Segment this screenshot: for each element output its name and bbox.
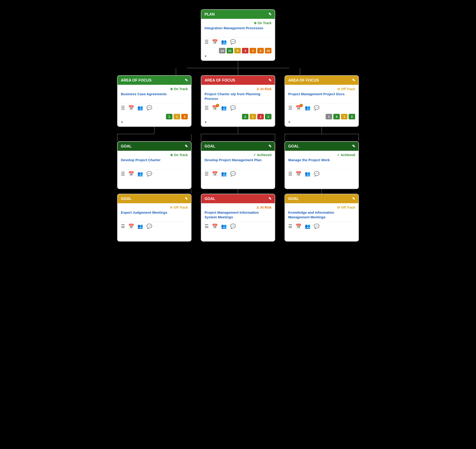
goal-5-edit[interactable]: ✎ — [352, 196, 355, 201]
goal-3-title: GOAL — [121, 197, 131, 201]
plan-v-connector — [238, 61, 238, 68]
goal-card-4[interactable]: GOAL ✎ ⚠ At Risk Project Management Info… — [201, 194, 275, 241]
goal-card-2[interactable]: GOAL ✎ ✓ Achieved Manage the Project Wor… — [284, 141, 359, 189]
list-icon-g1[interactable]: ☰ — [204, 171, 209, 177]
goal-5-title: GOAL — [288, 197, 299, 201]
list-icon[interactable]: ☰ — [204, 39, 209, 45]
calendar-icon-g2[interactable]: 📅 — [296, 171, 301, 177]
plan-card[interactable]: PLAN ✎ ⊕ On Track Integration Management… — [201, 9, 275, 61]
calendar-icon-g1[interactable]: 📅 — [212, 171, 218, 177]
list-icon-aof2[interactable]: ☰ — [288, 105, 292, 111]
aof-0-expand[interactable]: ► — [121, 119, 188, 124]
calendar-icon-g0[interactable]: 📅 — [128, 171, 134, 177]
list-icon-aof0[interactable]: ☰ — [121, 105, 125, 111]
aof-1-status: ⚠ At Risk — [204, 87, 272, 91]
goal-2-status-icon: ✓ — [337, 153, 340, 157]
people-icon-g2[interactable]: 👥 — [305, 171, 311, 177]
goal-2-edit[interactable]: ✎ — [352, 144, 355, 148]
goal-2-card-title: Manage the Project Work — [288, 158, 355, 167]
aof0-drop-left — [117, 134, 118, 141]
gc-right-v — [321, 189, 322, 194]
list-icon-aof1[interactable]: ☰ — [204, 105, 209, 111]
chat-icon-aof0[interactable]: 💬 — [147, 105, 152, 111]
aof1-vc — [238, 127, 238, 134]
goals-bottom-row: GOAL ✎ ⊖ Off Track Expert Judgement Meet… — [117, 194, 359, 241]
goal-0-edit[interactable]: ✎ — [185, 144, 188, 148]
plan-expand[interactable]: ► — [204, 53, 272, 59]
goal-2-body: ✓ Achieved Manage the Project Work ☰ 📅 👥… — [285, 151, 358, 189]
list-icon-g0[interactable]: ☰ — [121, 171, 125, 177]
list-icon-g4[interactable]: ☰ — [204, 224, 209, 229]
aof2-badge-2g: 2 — [349, 114, 355, 119]
plan-edit-icon[interactable]: ✎ — [268, 12, 272, 17]
aof-0-icons: ☰ 📅 👥 💬 — [121, 103, 188, 112]
goal-card-0[interactable]: GOAL ✎ ⊕ On Track Develop Project Charte… — [117, 141, 192, 189]
aof-2-edit[interactable]: ✎ — [352, 78, 355, 83]
aof-0-edit[interactable]: ✎ — [185, 78, 188, 83]
goal-3-status-icon: ⊖ — [170, 206, 173, 209]
calendar-icon-g5[interactable]: 📅 — [296, 224, 301, 229]
goal-1-body: ✓ Achieved Develop Project Management Pl… — [201, 151, 275, 189]
calendar-icon-g3[interactable]: 📅 — [128, 224, 134, 229]
chat-icon[interactable]: 💬 — [230, 39, 236, 45]
calendar-icon-aof1[interactable]: 📅! — [212, 105, 218, 111]
drop-mid — [212, 68, 265, 75]
chat-icon-aof2[interactable]: 💬 — [314, 105, 320, 111]
chat-icon-g3[interactable]: 💬 — [147, 224, 152, 229]
goal-2-col: GOAL ✎ ✓ Achieved Manage the Project Wor… — [284, 141, 359, 189]
plan-status-icon: ⊕ — [254, 21, 257, 25]
aof-2-expand[interactable]: ► — [288, 119, 355, 124]
goal-5-status-icon: ⊖ — [337, 206, 340, 209]
goal-0-status-icon: ⊕ — [170, 153, 173, 157]
calendar-icon-aof2[interactable]: 📅! — [296, 105, 301, 111]
goal-card-1[interactable]: GOAL ✎ ✓ Achieved Develop Project Manage… — [201, 141, 275, 189]
badge-14: 14 — [219, 48, 226, 53]
gc-mid — [201, 189, 275, 194]
calendar-icon-aof0[interactable]: 📅 — [128, 105, 134, 111]
chat-icon-g5[interactable]: 💬 — [314, 224, 320, 229]
calendar-icon-g4[interactable]: 📅 — [212, 224, 218, 229]
chat-icon-g4[interactable]: 💬 — [230, 224, 236, 229]
aof1-h — [201, 134, 275, 134]
plan-card-title: Integration Management Processes — [204, 26, 272, 35]
plan-badges: 14 11 5 3 3 3 10 — [204, 48, 272, 53]
people-icon-g0[interactable]: 👥 — [137, 171, 143, 177]
list-icon-g3[interactable]: ☰ — [121, 224, 125, 229]
chat-icon-aof1[interactable]: 💬 — [230, 105, 236, 111]
people-icon-aof1[interactable]: 👥 — [221, 105, 227, 111]
aof-1-expand[interactable]: ► — [204, 119, 272, 124]
chat-icon-g2[interactable]: 💬 — [314, 171, 320, 177]
aof2-badge-1gr: 1 — [326, 114, 332, 119]
people-icon-g3[interactable]: 👥 — [137, 224, 143, 229]
people-icon-g5[interactable]: 👥 — [305, 224, 311, 229]
aof1-badge-1g: 1 — [265, 114, 272, 119]
aof-card-0[interactable]: AREA OF FOCUS ✎ ⊕ On Track Business Case… — [117, 75, 192, 127]
list-icon-g2[interactable]: ☰ — [288, 171, 292, 177]
goal-1-edit[interactable]: ✎ — [268, 144, 272, 148]
chat-icon-g1[interactable]: 💬 — [230, 171, 236, 177]
aof-card-2[interactable]: AREA OF FOCUS ✎ ⊖ Off Track Project Mana… — [284, 75, 359, 127]
goal-1-col: GOAL ✎ ✓ Achieved Develop Project Manage… — [201, 141, 275, 189]
aof-right-col: AREA OF FOCUS ✎ ⊖ Off Track Project Mana… — [284, 75, 359, 141]
aof0-badge-3o: 3 — [181, 114, 188, 119]
chat-icon-g0[interactable]: 💬 — [147, 171, 152, 177]
aof-1-body: ⚠ At Risk Project Charter o/p from Plann… — [201, 85, 275, 126]
aof-1-edit[interactable]: ✎ — [268, 78, 272, 83]
aof-card-1[interactable]: AREA OF FOCUS ✎ ⚠ At Risk Project Charte… — [201, 75, 275, 127]
people-icon-aof2[interactable]: 👥 — [305, 105, 311, 111]
aof2-badge-4g: 4 — [333, 114, 340, 119]
people-icon-aof0[interactable]: 👥 — [137, 105, 143, 111]
goal-row-connectors — [117, 189, 359, 194]
goal-3-edit[interactable]: ✎ — [185, 196, 188, 201]
goal-card-5[interactable]: GOAL ✎ ⊖ Off Track Knowledge and Informa… — [284, 194, 359, 241]
goal-card-3[interactable]: GOAL ✎ ⊖ Off Track Expert Judgement Meet… — [117, 194, 192, 241]
goal-1-spacer — [204, 180, 272, 187]
goal-4-edit[interactable]: ✎ — [268, 196, 272, 201]
people-icon-g1[interactable]: 👥 — [221, 171, 227, 177]
people-icon-g4[interactable]: 👥 — [221, 224, 227, 229]
calendar-icon[interactable]: 📅 — [212, 39, 218, 45]
aof-2-card-title: Project Management Project Docs — [288, 92, 355, 101]
aof-1-badges: 2 1 2 1 — [204, 114, 272, 119]
list-icon-g5[interactable]: ☰ — [288, 224, 292, 229]
people-icon[interactable]: 👥 — [221, 39, 227, 45]
